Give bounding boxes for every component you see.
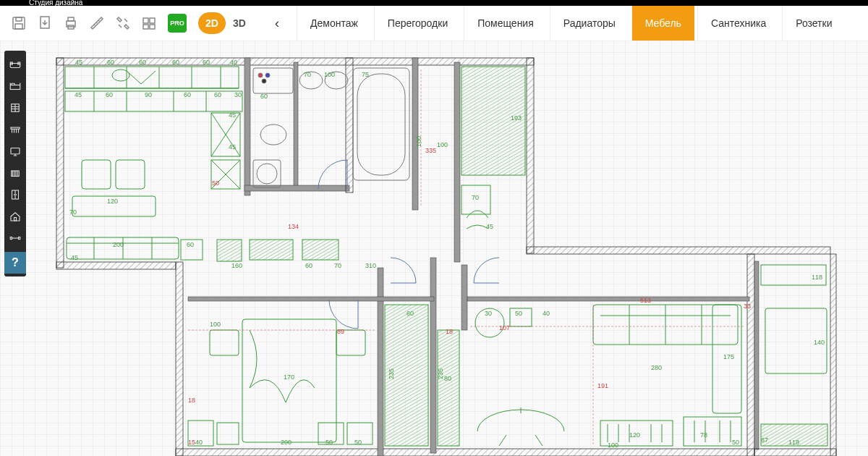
svg-text:235: 235 <box>388 368 395 379</box>
layers-button[interactable] <box>137 12 161 35</box>
svg-text:60: 60 <box>187 241 194 248</box>
svg-text:200: 200 <box>113 241 124 248</box>
walls-lower <box>176 254 836 456</box>
svg-rect-41 <box>430 258 436 453</box>
svg-text:70: 70 <box>304 71 311 78</box>
svg-text:100: 100 <box>608 442 618 449</box>
tab-plumbing[interactable]: Сантехника <box>697 6 779 41</box>
measure-tool[interactable] <box>85 12 109 35</box>
pro-badge[interactable]: PRO <box>168 14 187 33</box>
svg-rect-52 <box>82 160 111 189</box>
svg-point-83 <box>262 79 266 83</box>
svg-rect-35 <box>527 58 534 253</box>
svg-rect-40 <box>378 268 383 456</box>
svg-text:100: 100 <box>210 321 221 328</box>
svg-text:280: 280 <box>651 364 662 371</box>
view-3d[interactable]: 3D <box>226 12 253 34</box>
svg-text:193: 193 <box>511 114 522 122</box>
svg-rect-5 <box>68 17 74 21</box>
svg-text:70: 70 <box>334 262 341 269</box>
svg-text:60: 60 <box>260 93 268 100</box>
tab-rooms[interactable]: Помещения <box>464 6 547 41</box>
svg-text:513: 513 <box>640 297 651 304</box>
svg-rect-58 <box>250 240 293 260</box>
svg-text:60: 60 <box>407 310 414 317</box>
svg-rect-36 <box>527 247 830 254</box>
app-header: Студия дизайна <box>0 0 868 6</box>
svg-text:60: 60 <box>106 91 113 98</box>
svg-rect-7 <box>143 18 148 23</box>
svg-text:335: 335 <box>425 147 436 154</box>
svg-rect-27 <box>56 58 64 268</box>
svg-point-82 <box>265 73 270 77</box>
svg-text:118: 118 <box>788 439 799 446</box>
view-toggle: 2D 3D <box>198 12 253 34</box>
svg-text:30: 30 <box>234 91 242 98</box>
svg-rect-2 <box>15 24 22 29</box>
svg-rect-59 <box>302 240 339 260</box>
svg-rect-45 <box>754 261 759 449</box>
tab-walls[interactable]: Перегородки <box>374 6 461 41</box>
svg-point-81 <box>258 73 263 77</box>
svg-rect-37 <box>176 262 183 456</box>
main-toolbar: PRO 2D 3D ‹ Демонтаж Перегородки Помещен… <box>0 6 868 41</box>
svg-rect-43 <box>188 297 434 301</box>
tab-demolition[interactable]: Демонтаж <box>297 6 371 41</box>
dimensions-red: 335 134 89 18 107 191 513 33 15 18 50 <box>188 147 751 446</box>
svg-text:60: 60 <box>203 59 210 66</box>
svg-rect-39 <box>747 254 754 456</box>
svg-text:40: 40 <box>195 439 203 446</box>
svg-text:67: 67 <box>761 436 768 444</box>
svg-text:90: 90 <box>145 91 152 98</box>
svg-text:235: 235 <box>437 368 444 379</box>
svg-text:80: 80 <box>444 375 451 382</box>
svg-rect-70 <box>438 330 459 446</box>
svg-rect-34 <box>454 62 460 262</box>
svg-rect-63 <box>242 319 336 442</box>
svg-rect-28 <box>56 262 176 269</box>
svg-text:118: 118 <box>812 274 822 281</box>
svg-rect-38 <box>176 449 754 456</box>
svg-text:60: 60 <box>214 91 221 98</box>
svg-text:50: 50 <box>732 439 739 446</box>
svg-text:45: 45 <box>75 91 82 98</box>
download-button[interactable] <box>33 12 56 35</box>
tab-sockets[interactable]: Розетки <box>782 6 845 41</box>
print-button[interactable] <box>59 12 82 35</box>
svg-text:50: 50 <box>354 439 362 446</box>
svg-rect-80 <box>253 68 293 93</box>
svg-text:50: 50 <box>515 310 522 317</box>
svg-rect-47 <box>754 449 836 456</box>
tab-furniture[interactable]: Мебель <box>631 6 694 41</box>
svg-rect-48 <box>65 67 239 88</box>
floorplan-canvas[interactable]: 456060606040 456090606030 4545 12070 200… <box>0 41 868 456</box>
workspace[interactable]: ? <box>0 41 868 456</box>
svg-text:140: 140 <box>814 339 825 346</box>
nav-prev[interactable]: ‹ <box>266 12 288 34</box>
svg-text:50: 50 <box>326 439 333 446</box>
svg-text:40: 40 <box>230 59 237 66</box>
svg-rect-46 <box>830 254 836 456</box>
svg-text:33: 33 <box>744 303 751 310</box>
svg-text:120: 120 <box>107 198 118 205</box>
save-button[interactable] <box>7 12 30 35</box>
svg-text:100: 100 <box>415 136 422 147</box>
tab-radiators[interactable]: Радиаторы <box>550 6 629 41</box>
svg-text:89: 89 <box>337 328 344 335</box>
tools-button[interactable] <box>111 12 135 35</box>
svg-text:60: 60 <box>139 59 146 66</box>
view-2d[interactable]: 2D <box>198 12 226 34</box>
svg-text:30: 30 <box>485 310 492 317</box>
svg-text:191: 191 <box>597 382 608 389</box>
svg-text:75: 75 <box>362 71 369 78</box>
svg-text:15: 15 <box>188 439 195 446</box>
svg-text:160: 160 <box>231 262 242 269</box>
bathroom-fixtures <box>253 68 409 187</box>
svg-text:50: 50 <box>212 180 219 187</box>
svg-text:60: 60 <box>172 59 179 66</box>
svg-text:45: 45 <box>229 143 236 151</box>
svg-text:45: 45 <box>75 59 82 66</box>
svg-text:18: 18 <box>188 397 195 404</box>
svg-text:100: 100 <box>437 141 448 148</box>
svg-text:175: 175 <box>723 353 734 360</box>
